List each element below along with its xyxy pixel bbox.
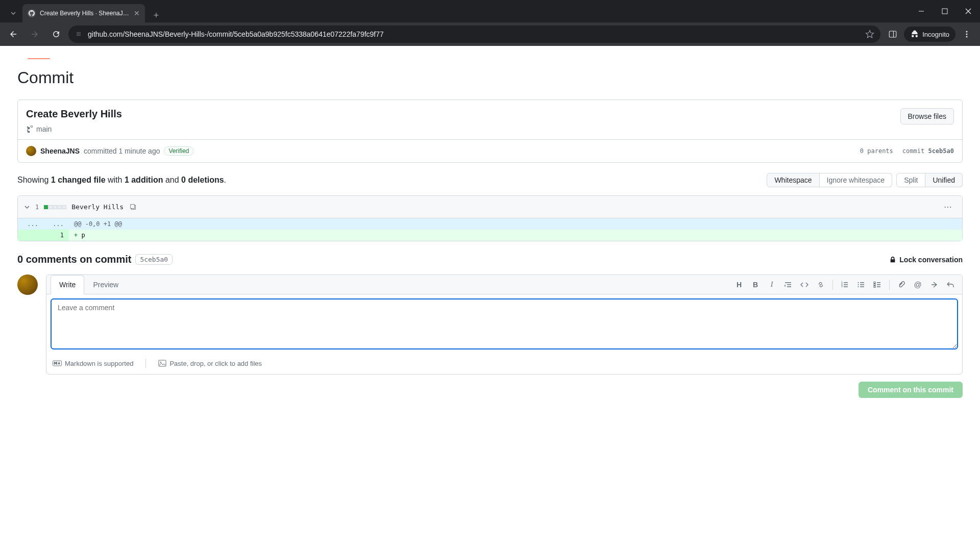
quote-icon[interactable] [780,277,796,292]
maximize-button[interactable] [933,0,957,22]
diff-summary: Showing 1 changed file with 1 addition a… [17,176,226,185]
submit-comment-button[interactable]: Comment on this commit [859,382,963,398]
lock-icon [889,256,896,263]
comment-textarea[interactable] [51,298,958,349]
browser-toolbar: github.com/SheenaJNS/Beverly-Hills-/comm… [0,22,980,46]
lock-conversation-button[interactable]: Lock conversation [889,256,963,264]
mention-icon[interactable]: @ [910,277,925,292]
svg-point-7 [966,34,968,35]
tab-title: Create Beverly Hills · SheenaJNS [40,10,130,17]
whitespace-button[interactable]: Whitespace [767,173,819,187]
unified-view-button[interactable]: Unified [925,173,963,187]
side-panel-icon[interactable] [884,25,902,43]
incognito-label: Incognito [922,31,949,38]
bookmark-star-icon[interactable] [865,30,874,39]
bold-icon[interactable]: B [748,277,763,292]
reference-icon[interactable] [926,277,942,292]
diff-stat-blocks [44,205,66,209]
nav-tab-underline [28,58,50,59]
svg-point-16 [858,286,859,287]
view-mode-toggle: Split Unified [896,173,963,187]
attach-icon[interactable] [894,277,909,292]
collapse-file-icon[interactable] [24,204,30,210]
svg-rect-17 [874,282,875,283]
svg-point-14 [858,282,859,283]
comments-header: 0 comments on commit 5ceb5a0 Lock conver… [17,254,963,265]
commit-title: Create Beverly Hills [26,108,900,120]
browse-files-button[interactable]: Browse files [900,108,954,124]
tab-search-dropdown[interactable] [4,4,22,22]
minimize-button[interactable] [910,0,933,22]
new-tab-button[interactable]: + [149,8,163,22]
split-view-button[interactable]: Split [896,173,925,187]
whitespace-toggle: Whitespace Ignore whitespace [767,173,892,187]
incognito-badge[interactable]: Incognito [904,27,955,42]
svg-point-8 [966,36,968,38]
markdown-help-link[interactable]: Markdown is supported [53,360,133,367]
code-icon[interactable] [797,277,812,292]
file-diff: 1 Beverly Hills ⋯ ... ... @@ -0,0 +1 @@ … [17,195,963,241]
svg-point-6 [966,31,968,33]
reload-button[interactable] [47,25,65,43]
unordered-list-icon[interactable] [853,277,869,292]
back-button[interactable] [4,25,22,43]
site-settings-icon[interactable] [75,30,83,38]
svg-rect-19 [874,286,875,287]
close-tab-icon[interactable]: ✕ [134,9,140,17]
branch-name: main [36,125,52,133]
url-bar[interactable]: github.com/SheenaJNS/Beverly-Hills-/comm… [68,26,880,43]
file-change-count: 1 [35,204,39,211]
preview-tab[interactable]: Preview [84,275,127,294]
page-title: Commit [17,68,963,87]
task-list-icon[interactable] [870,277,885,292]
diff-controls: Showing 1 changed file with 1 addition a… [17,173,963,187]
committed-time: committed 1 minute ago [84,147,160,155]
svg-rect-21 [159,360,166,366]
author-link[interactable]: SheenaJNS [40,147,80,155]
verified-badge[interactable]: Verified [164,146,193,156]
tab-bar: Create Beverly Hills · SheenaJNS ✕ + [0,0,980,22]
markdown-toolbar: H B I 123 @ [731,277,958,292]
comments-count: 0 comments on commit [17,254,131,265]
branch-icon [26,126,33,133]
copy-path-icon[interactable] [129,203,138,212]
incognito-icon [910,30,919,39]
github-favicon-icon [28,9,36,17]
comments-sha: 5ceb5a0 [135,254,173,265]
hunk-header-row: ... ... @@ -0,0 +1 @@ [18,218,962,230]
forward-button[interactable] [26,25,44,43]
italic-icon[interactable]: I [764,277,779,292]
author-avatar[interactable] [26,146,36,156]
comment-tabs: Write Preview H B I 123 [46,275,962,294]
footer-divider [145,359,146,368]
file-name[interactable]: Beverly Hills [71,203,124,211]
browser-menu-icon[interactable] [958,25,976,43]
svg-rect-4 [889,31,896,37]
svg-text:3: 3 [841,285,843,288]
browser-tab[interactable]: Create Beverly Hills · SheenaJNS ✕ [22,4,145,22]
reply-icon[interactable] [943,277,958,292]
svg-point-15 [858,284,859,285]
page-content[interactable]: Commit Create Beverly Hills main Browse … [0,46,980,551]
write-tab[interactable]: Write [51,275,84,294]
svg-point-22 [160,362,161,363]
ignore-whitespace-button[interactable]: Ignore whitespace [820,173,893,187]
heading-icon[interactable]: H [731,277,747,292]
close-window-button[interactable] [957,0,980,22]
markdown-icon [53,360,62,366]
attach-files-hint[interactable]: Paste, drop, or click to add files [158,359,262,367]
svg-rect-18 [874,284,875,285]
diff-table: ... ... @@ -0,0 +1 @@ 1 + p [18,218,962,241]
current-user-avatar[interactable] [17,274,38,295]
image-icon [158,359,166,367]
parents-text: 0 parents [860,147,893,155]
commit-box: Create Beverly Hills main Browse files S… [17,99,963,163]
file-menu-icon[interactable]: ⋯ [940,200,956,214]
file-header: 1 Beverly Hills ⋯ [18,196,962,218]
window-controls [910,0,980,22]
diff-line-added[interactable]: 1 + p [18,230,962,241]
svg-rect-1 [942,9,947,14]
link-icon[interactable] [813,277,828,292]
svg-rect-10 [131,204,135,208]
ordered-list-icon[interactable]: 123 [837,277,852,292]
